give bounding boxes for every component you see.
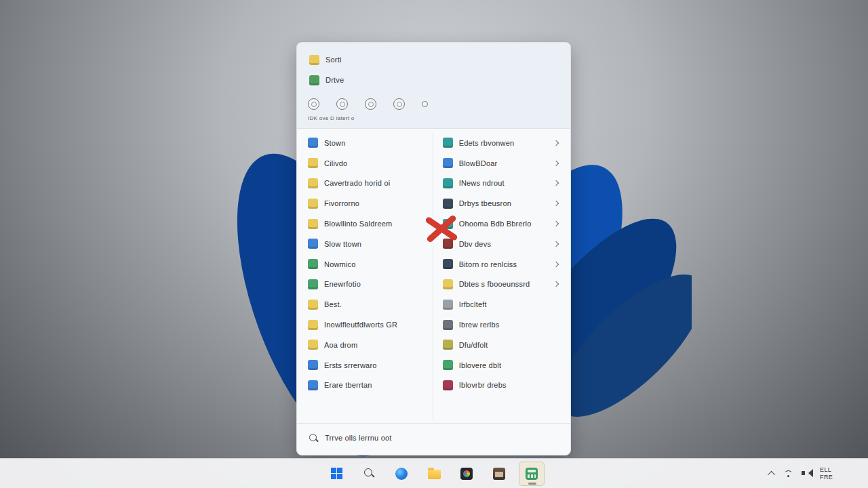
menu-item[interactable]: Erare tberrtan	[304, 375, 433, 396]
circle-action-icon[interactable]	[308, 98, 319, 110]
volume-icon[interactable]	[802, 469, 812, 478]
menu-item[interactable]: Slow ttown	[304, 234, 433, 254]
search-icon	[309, 434, 318, 443]
calculator-icon	[526, 468, 538, 480]
app-icon	[443, 380, 453, 390]
taskbar-center	[0, 459, 868, 488]
menu-item[interactable]: Ibrew rerlbs	[439, 314, 566, 335]
app-icon	[443, 259, 453, 269]
app-icon	[443, 340, 453, 350]
menu-item[interactable]: Dfu/dfolt	[439, 335, 566, 355]
menu-item-label: Aoa drom	[324, 341, 357, 349]
chevron-right-icon	[553, 140, 559, 146]
menu-item-label: Drtve	[326, 76, 344, 84]
folder-icon	[308, 178, 318, 188]
menu-item-sort[interactable]: Sorti	[307, 49, 561, 70]
app-icon	[443, 199, 453, 209]
search-icon	[364, 468, 374, 479]
start-button[interactable]	[323, 462, 349, 486]
language-indicator[interactable]: ELL FRE	[820, 466, 833, 481]
photos-button[interactable]	[454, 462, 479, 486]
chevron-right-icon	[553, 241, 559, 247]
menu-item-label: Blowllinto Saldreem	[324, 220, 392, 228]
taskbar-tray: ELL FRE	[770, 459, 833, 488]
menu-item-label: Stown	[324, 139, 346, 147]
menu-item-label: Ohooma Bdb Bbrerlo	[459, 220, 532, 228]
menu-item-label: Iblovrbr drebs	[459, 381, 507, 389]
folder-icon	[308, 158, 318, 168]
menu-item[interactable]: Inowlfleutfdlworts GR	[304, 314, 433, 335]
calculator-button[interactable]	[519, 462, 545, 486]
menu-item[interactable]: Best.	[304, 294, 433, 314]
file-explorer-icon	[428, 470, 441, 479]
sort-icon	[309, 55, 319, 65]
menu-item[interactable]: Dbv devs	[439, 234, 566, 254]
menu-item[interactable]: BlowBDoar	[439, 153, 566, 174]
edge-icon	[395, 468, 408, 480]
folder-icon	[308, 219, 318, 229]
menu-item-label: Fivorrorno	[324, 199, 359, 207]
menu-item[interactable]: INews ndrout	[439, 174, 566, 194]
menu-item-label: Slow ttown	[324, 240, 361, 248]
photos-icon	[460, 468, 473, 480]
menu-item[interactable]: Edets rbvonwen	[439, 133, 566, 153]
menu-note: IDK ove D latert o	[308, 115, 559, 121]
menu-item-label: Cavertrado horid oi	[324, 179, 390, 187]
edge-button[interactable]	[389, 462, 414, 486]
circle-action-icon[interactable]	[365, 98, 376, 110]
menu-item[interactable]: Ohooma Bdb Bbrerlo	[439, 214, 566, 234]
folder-icon	[308, 320, 318, 330]
menu-item[interactable]: Bitorn ro renlciss	[439, 254, 566, 274]
network-icon[interactable]	[783, 469, 793, 478]
menu-item-drive[interactable]: Drtve	[307, 70, 561, 90]
menu-item[interactable]: Drbys tbeusron	[439, 193, 566, 214]
menu-item-label: Edets rbvonwen	[459, 139, 515, 147]
menu-item[interactable]: Enewrfotio	[304, 274, 433, 295]
file-explorer-button[interactable]	[421, 462, 447, 486]
menu-grid: Stown Cilivdo Cavertrado horid oi Fivorr…	[297, 129, 570, 423]
menu-item[interactable]: Cavertrado horid oi	[304, 174, 433, 194]
menu-item-label: BlowBDoar	[459, 159, 498, 167]
circle-action-icon[interactable]	[336, 98, 348, 110]
taskbar: ELL FRE	[0, 458, 868, 488]
menu-item[interactable]: Iblovere dblt	[439, 355, 566, 375]
app-icon	[443, 219, 453, 229]
menu-item[interactable]: Stown	[304, 133, 433, 153]
app-icon	[308, 259, 318, 269]
menu-item[interactable]: Blowllinto Saldreem	[304, 214, 433, 234]
menu-item-label: Enewrfotio	[324, 280, 361, 288]
circle-action-icon-small[interactable]	[422, 101, 428, 107]
menu-item-label: Erare tberrtan	[324, 381, 372, 389]
menu-item[interactable]: Iblovrbr drebs	[439, 375, 566, 396]
app-icon	[443, 178, 453, 188]
menu-item-label: Nowmico	[324, 260, 356, 268]
menu-item-label: Dfu/dfolt	[459, 341, 488, 349]
menu-item[interactable]: Fivorrorno	[304, 193, 433, 214]
menu-item[interactable]: Nowmico	[304, 254, 433, 274]
app-icon	[308, 360, 318, 370]
store-button[interactable]	[486, 462, 512, 486]
app-icon	[443, 360, 453, 370]
taskbar-search-button[interactable]	[356, 462, 382, 486]
app-icon	[443, 158, 453, 168]
menu-item[interactable]: Ersts srrerwaro	[304, 355, 433, 375]
app-icon	[443, 300, 453, 310]
menu-footer: Trrve olls lerrnu oot	[297, 424, 570, 455]
app-icon	[308, 279, 318, 289]
drive-icon	[309, 75, 319, 85]
menu-item-label: Inowlfleutfdlworts GR	[324, 321, 397, 329]
menu-item[interactable]: Aoa drom	[304, 335, 433, 355]
folder-icon	[308, 340, 318, 350]
menu-item-label: Dbtes s fbooeunssrd	[459, 280, 530, 288]
store-icon	[493, 468, 505, 480]
app-icon	[443, 320, 453, 330]
menu-item[interactable]: Dbtes s fbooeunssrd	[439, 274, 566, 295]
menu-item-label: Sorti	[326, 56, 342, 64]
menu-item-search[interactable]: Trrve olls lerrnu oot	[307, 428, 561, 448]
app-icon	[308, 239, 318, 249]
menu-item[interactable]: Cilivdo	[304, 153, 433, 174]
app-icon	[308, 138, 318, 148]
menu-item[interactable]: Irfbclteft	[439, 294, 566, 314]
circle-action-icon[interactable]	[393, 98, 405, 110]
chevron-right-icon	[553, 160, 559, 165]
